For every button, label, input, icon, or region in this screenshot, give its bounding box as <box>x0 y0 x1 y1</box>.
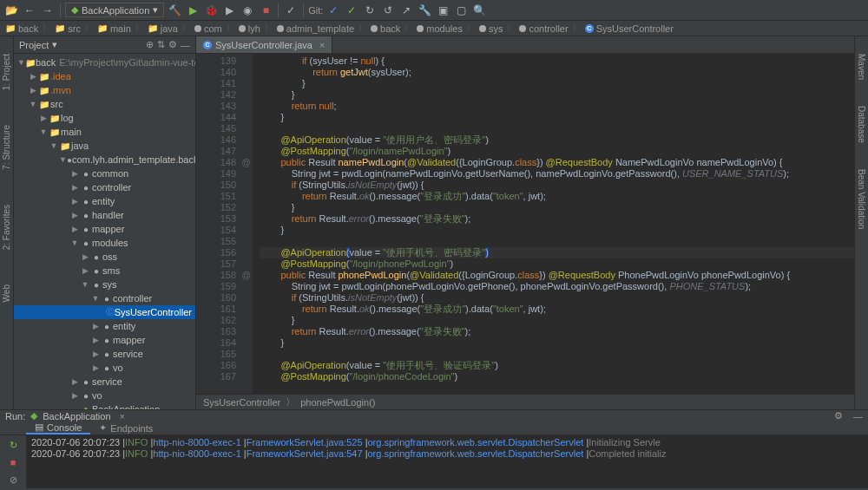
exit-icon[interactable]: ⊘ <box>5 472 21 487</box>
tree-node[interactable]: ▶●mapper <box>14 222 195 236</box>
git-rollback-icon[interactable]: ↺ <box>380 3 396 18</box>
project-tool[interactable]: 1: Project <box>2 54 11 90</box>
run-config-selector[interactable]: ◆ BackApplication ▾ <box>65 3 164 17</box>
tree-node[interactable]: ▶●entity <box>14 319 195 333</box>
tree-node[interactable]: ▶📁log <box>14 111 195 125</box>
tab-endpoints[interactable]: ✦Endpoints <box>90 421 161 434</box>
tree-node[interactable]: ▶●vo <box>14 389 195 402</box>
editor-breadcrumb: SysUserController 〉 phonePwdLogin() <box>196 394 854 409</box>
tree-node[interactable]: ▶●oss <box>14 250 195 264</box>
code-content[interactable]: if (sysUser != null) { return getJwt(sys… <box>253 54 854 394</box>
tree-node[interactable]: ▶●vo <box>14 361 195 375</box>
back-icon[interactable]: ← <box>22 3 37 18</box>
tree-node[interactable]: ▶●mapper <box>14 333 195 347</box>
tree-node[interactable]: ▶●entity <box>14 194 195 208</box>
crumb-method[interactable]: phonePwdLogin() <box>300 397 375 408</box>
right-tool-bar: Maven Database Bean Validation <box>854 36 868 409</box>
tab-console[interactable]: ▤Console <box>26 421 90 434</box>
tree-node[interactable]: ▶📁.idea <box>14 69 195 83</box>
tree-node[interactable]: ▼●sys <box>14 278 195 291</box>
gear-icon[interactable]: ⚙ <box>834 410 843 421</box>
open-icon[interactable]: 📂 <box>3 3 19 18</box>
attach-icon[interactable]: ✓ <box>283 3 299 18</box>
sdk-icon[interactable]: ▢ <box>453 3 469 18</box>
tree-node[interactable]: ▼📁backE:\myProject\myGit\admin-vue-templ <box>14 56 195 69</box>
tree-node[interactable]: ▶●common <box>14 167 195 180</box>
bc-modules[interactable]: modules <box>417 23 463 34</box>
run-title: Run: <box>5 411 25 421</box>
select-opened-icon[interactable]: ⊕ <box>146 39 154 50</box>
run-config-label: BackApplication <box>82 5 149 16</box>
tree-node[interactable]: ⒸSysUserController <box>14 305 195 319</box>
hide-icon[interactable]: — <box>853 411 863 421</box>
git-push-icon[interactable]: ↗ <box>398 3 414 18</box>
tree-node[interactable]: ▶●handler <box>14 208 195 222</box>
forward-icon[interactable]: → <box>40 3 56 18</box>
bc-back2[interactable]: back <box>371 23 400 34</box>
close-icon[interactable]: × <box>319 40 325 50</box>
tab-sysusercontroller[interactable]: C SysUserController.java × <box>196 36 332 53</box>
tab-label: SysUserController.java <box>215 40 312 50</box>
tree-node[interactable]: ▼●modules <box>14 236 195 250</box>
console-output[interactable]: 2020-07-06 20:07:23 |INFO |http-nio-8000… <box>26 435 868 489</box>
class-icon: C <box>203 41 212 49</box>
git-commit-icon[interactable]: ✓ <box>344 3 359 18</box>
bc-src[interactable]: 📁src <box>55 23 81 34</box>
code-area[interactable]: 1391401411421431441451461471481491501511… <box>196 54 854 394</box>
git-history-icon[interactable]: ↻ <box>362 3 378 18</box>
bc-admin[interactable]: admin_template <box>277 23 354 34</box>
tree-node[interactable]: ▼📁src <box>14 97 195 111</box>
close-icon[interactable]: × <box>120 411 125 421</box>
tree-node[interactable]: ▶📁.mvn <box>14 83 195 97</box>
bc-lyh[interactable]: lyh <box>239 23 260 34</box>
bc-com[interactable]: com <box>194 23 222 34</box>
project-tree[interactable]: ▼📁backE:\myProject\myGit\admin-vue-templ… <box>14 54 195 409</box>
database-tool[interactable]: Database <box>857 106 866 143</box>
tree-node[interactable]: ◆BackApplication <box>14 402 195 409</box>
expand-all-icon[interactable]: ⇅ <box>157 39 165 50</box>
bc-java[interactable]: 📁java <box>148 23 178 34</box>
bc-main[interactable]: 📁main <box>97 23 131 34</box>
run-tabs: ▤Console ✦Endpoints <box>0 421 868 435</box>
bc-class[interactable]: CSysUserController <box>585 23 674 34</box>
favorites-tool[interactable]: 2: Favorites <box>2 205 11 250</box>
gutter-marks[interactable]: @@ <box>240 54 253 394</box>
maven-tool[interactable]: Maven <box>857 54 866 80</box>
hide-icon[interactable]: — <box>181 40 190 50</box>
avd-icon[interactable]: ▣ <box>435 3 450 18</box>
chevron-down-icon[interactable]: ▾ <box>52 39 57 50</box>
build-icon[interactable]: 🔨 <box>167 3 182 18</box>
tree-node[interactable]: ▼📁java <box>14 139 195 153</box>
tree-node[interactable]: ▼📁main <box>14 125 195 139</box>
tree-node[interactable]: ▶●service <box>14 375 195 389</box>
run-header: Run: ◆ BackApplication × ⚙ — <box>0 410 868 421</box>
line-gutter[interactable]: 1391401411421431441451461471481491501511… <box>196 54 240 394</box>
coverage-icon[interactable]: ▶ <box>221 3 237 18</box>
search-icon[interactable]: 🔍 <box>471 3 487 18</box>
git-update-icon[interactable]: ✓ <box>326 3 341 18</box>
bc-sys[interactable]: sys <box>479 23 503 34</box>
bean-tool[interactable]: Bean Validation <box>857 169 866 229</box>
stop-icon[interactable]: ■ <box>5 454 21 470</box>
gear-icon[interactable]: ⚙ <box>168 39 177 50</box>
tools-icon[interactable]: 🔧 <box>417 3 432 18</box>
tree-node[interactable]: ▶●service <box>14 347 195 361</box>
spring-icon: ◆ <box>71 4 78 16</box>
run-config-name: BackApplication <box>43 411 110 421</box>
structure-tool[interactable]: 7: Structure <box>2 125 11 170</box>
web-tool[interactable]: Web <box>2 284 11 302</box>
bc-controller[interactable]: controller <box>519 23 568 34</box>
run-icon[interactable]: ▶ <box>185 3 201 18</box>
spring-icon: ◆ <box>30 410 37 421</box>
debug-icon[interactable]: 🐞 <box>203 3 219 18</box>
bc-back[interactable]: 📁back <box>5 23 38 34</box>
tree-node[interactable]: ▶●controller <box>14 180 195 194</box>
rerun-icon[interactable]: ↻ <box>5 437 21 453</box>
profile-icon[interactable]: ◉ <box>240 3 255 18</box>
crumb-class[interactable]: SysUserController <box>203 397 280 408</box>
tree-node[interactable]: ▶●sms <box>14 264 195 278</box>
stop-icon[interactable]: ■ <box>258 3 273 18</box>
tree-node[interactable]: ▼●controller <box>14 291 195 305</box>
tree-node[interactable]: ▼●com.lyh.admin_template.back <box>14 153 195 167</box>
git-label: Git: <box>308 5 323 16</box>
